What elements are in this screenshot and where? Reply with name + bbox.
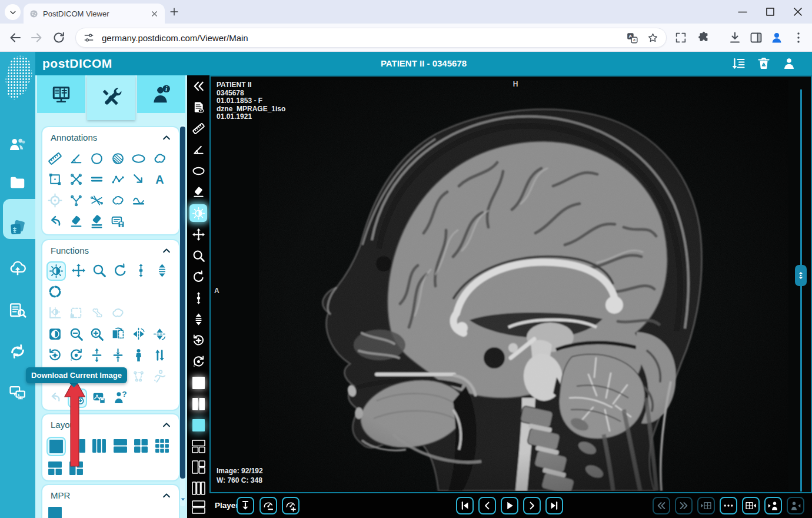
collapse-chevron-icon[interactable]	[161, 245, 172, 256]
mri-sagittal-image[interactable]	[259, 80, 788, 491]
invert-button[interactable]	[46, 325, 64, 343]
rotate-cw-button[interactable]	[189, 353, 207, 370]
layout-1x2-button[interactable]	[189, 395, 207, 413]
localizer-button[interactable]	[46, 283, 64, 300]
layout-3x3-button[interactable]	[154, 437, 171, 454]
freehand-button[interactable]	[151, 150, 168, 167]
dashed-polygon-button[interactable]	[130, 367, 147, 385]
panel-scrollbar-thumb[interactable]	[180, 127, 185, 479]
bookmark-star-icon[interactable]	[647, 32, 659, 44]
stack-scroll-button[interactable]	[154, 261, 171, 279]
rotate-ccw-button[interactable]	[189, 331, 207, 349]
play-button[interactable]	[501, 497, 518, 514]
patient-orientation-button[interactable]	[130, 346, 147, 364]
angle-button[interactable]	[68, 150, 85, 167]
share-devices-icon[interactable]	[9, 384, 26, 401]
close-button[interactable]	[791, 5, 805, 19]
collapse-vertical-button[interactable]	[109, 346, 127, 364]
rotate-free-button[interactable]	[112, 261, 129, 279]
rotate-cw-button[interactable]	[68, 346, 85, 364]
next-image-button[interactable]	[523, 497, 541, 514]
collapse-chevron-icon[interactable]	[161, 490, 172, 501]
next-patient-button[interactable]	[787, 497, 804, 514]
speed-decrease-button[interactable]	[259, 497, 277, 514]
order-worklist-icon[interactable]	[9, 301, 26, 319]
fullscreen-icon[interactable]	[674, 31, 687, 44]
save-annotation-button[interactable]	[109, 212, 127, 230]
minimize-button[interactable]	[736, 5, 750, 19]
crosshair-target-button[interactable]	[46, 191, 64, 209]
layout-2x1-button[interactable]	[112, 437, 129, 454]
mpr-view-button[interactable]	[46, 504, 64, 518]
zoom-in-button[interactable]	[88, 325, 105, 343]
collapse-panel-button[interactable]	[189, 77, 207, 95]
new-tab-button[interactable]	[168, 6, 180, 18]
patient-help-button[interactable]: ?	[112, 388, 129, 406]
image-viewport[interactable]: PATIENT II034567801.01.1853 - Fdzne_MPRA…	[209, 75, 812, 493]
image-viewer-icon[interactable]	[9, 219, 26, 237]
ellipse-button[interactable]	[189, 162, 207, 180]
previous-image-button[interactable]	[478, 497, 496, 514]
browser-tab[interactable]: PostDICOM Viewer	[24, 4, 165, 24]
image-scroll-thumb[interactable]	[795, 265, 807, 286]
menu-kebab-icon[interactable]	[791, 31, 806, 45]
flip-horizontal-button[interactable]	[130, 325, 147, 343]
extensions-icon[interactable]	[697, 31, 711, 45]
undo-button[interactable]	[46, 212, 64, 230]
pan-button[interactable]	[70, 261, 87, 279]
angle-button[interactable]	[189, 141, 207, 158]
downloads-icon[interactable]	[728, 31, 742, 45]
sort-order-button[interactable]	[151, 346, 168, 364]
flip-vertical-button[interactable]	[151, 325, 168, 343]
stack-scroll-button[interactable]	[189, 310, 207, 328]
cross-measure-button[interactable]	[68, 170, 85, 188]
cloud-upload-icon[interactable]	[9, 259, 26, 277]
report-view-button[interactable]	[189, 98, 207, 116]
maximize-button[interactable]	[763, 5, 777, 19]
expand-vertical-button[interactable]	[88, 346, 105, 364]
collapse-chevron-icon[interactable]	[161, 420, 172, 430]
reload-icon[interactable]	[52, 31, 66, 45]
site-settings-icon[interactable]	[83, 32, 95, 44]
side-panel-icon[interactable]	[749, 31, 763, 45]
scroll-vertical-button[interactable]	[132, 261, 149, 279]
series-backward-button[interactable]	[653, 497, 670, 514]
series-forward-button[interactable]	[675, 497, 693, 514]
auto-routing-icon[interactable]	[731, 57, 746, 71]
next-series-grid-button[interactable]	[742, 497, 760, 514]
flip-page-button[interactable]	[109, 325, 127, 343]
more-options-button[interactable]	[720, 497, 737, 514]
layout-1x3-button[interactable]	[189, 479, 207, 497]
rectangle-button[interactable]	[46, 170, 64, 188]
scroll-vertical-button[interactable]	[189, 289, 207, 307]
panel-tab-patient-info[interactable]: i	[137, 75, 185, 113]
layout-left-2-button[interactable]	[189, 458, 207, 476]
freehand-region-button[interactable]	[109, 304, 127, 321]
translate-icon[interactable]: Aa	[626, 32, 638, 44]
eraser-button[interactable]	[68, 212, 85, 230]
layout-1x1-button[interactable]	[189, 374, 207, 391]
parallel-lines-button[interactable]	[88, 170, 105, 188]
person-action-button[interactable]	[151, 367, 168, 385]
tab-close-icon[interactable]	[150, 9, 159, 18]
tab-search-button[interactable]	[5, 4, 21, 20]
speed-increase-button[interactable]	[282, 497, 299, 514]
zoom-out-button[interactable]	[68, 325, 85, 343]
spline-curve-button[interactable]	[130, 191, 147, 209]
circle-button[interactable]	[88, 150, 105, 167]
ruler-button[interactable]	[189, 119, 207, 137]
last-image-button[interactable]	[545, 497, 563, 514]
profile-icon[interactable]	[770, 31, 784, 45]
closed-freehand-button[interactable]	[109, 191, 127, 209]
panel-tab-tools[interactable]	[87, 75, 135, 120]
angle-3point-button[interactable]	[68, 191, 85, 209]
previous-patient-button[interactable]	[764, 497, 782, 514]
rotate-free-button[interactable]	[189, 268, 207, 285]
bone-tool-button[interactable]	[88, 304, 105, 321]
arrow-button[interactable]	[130, 170, 147, 188]
erase-all-button[interactable]	[88, 212, 105, 230]
layout-2x2-button[interactable]	[132, 437, 149, 454]
circle-filled-button[interactable]	[109, 150, 127, 167]
window-level-button[interactable]	[46, 261, 66, 281]
cobb-angle-button[interactable]	[88, 191, 105, 209]
